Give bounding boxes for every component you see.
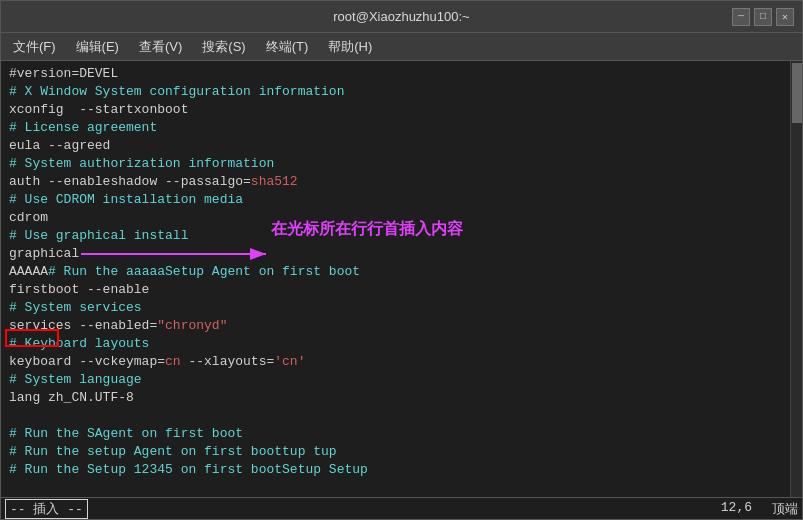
menu-help[interactable]: 帮助(H) — [320, 36, 380, 58]
terminal-window: root@Xiaozhuzhu100:~ ─ □ ✕ 文件(F) 编辑(E) 查… — [0, 0, 803, 520]
line-2: # X Window System configuration informat… — [9, 83, 786, 101]
line-22: # Run the setup Agent on first boottup t… — [9, 443, 786, 461]
window-controls: ─ □ ✕ — [732, 8, 794, 26]
line-4: # License agreement — [9, 119, 786, 137]
line-14: # System services — [9, 299, 786, 317]
scrollbar-thumb[interactable] — [792, 63, 802, 123]
menubar: 文件(F) 编辑(E) 查看(V) 搜索(S) 终端(T) 帮助(H) — [1, 33, 802, 61]
menu-search[interactable]: 搜索(S) — [194, 36, 253, 58]
statusbar: -- 插入 -- 12,6 顶端 — [1, 497, 802, 519]
line-5: eula --agreed — [9, 137, 786, 155]
annotation-text: 在光标所在行行首插入内容 — [271, 220, 463, 237]
minimize-button[interactable]: ─ — [732, 8, 750, 26]
line-3: xconfig --startxonboot — [9, 101, 786, 119]
status-left: -- 插入 -- — [5, 499, 721, 519]
menu-terminal[interactable]: 终端(T) — [258, 36, 317, 58]
annotation-container: 在光标所在行行首插入内容 — [271, 219, 463, 240]
status-right: 12,6 顶端 — [721, 500, 798, 518]
line-23: # Run the Setup 12345 on first bootSetup… — [9, 461, 786, 479]
close-button[interactable]: ✕ — [776, 8, 794, 26]
line-1: #version=DEVEL — [9, 65, 786, 83]
window-title: root@Xiaozhuzhu100:~ — [333, 9, 469, 24]
line-15: services --enabled="chronyd" — [9, 317, 786, 335]
line-20 — [9, 407, 786, 425]
cursor-position: 12,6 — [721, 500, 752, 518]
status-mode: -- 插入 -- — [5, 499, 88, 519]
line-17: keyboard --vckeymap=cn --xlayouts='cn' — [9, 353, 786, 371]
menu-view[interactable]: 查看(V) — [131, 36, 190, 58]
scroll-position: 顶端 — [772, 500, 798, 518]
terminal-content[interactable]: 在光标所在行行首插入内容 #version=DEVEL # X Window S… — [1, 61, 790, 497]
menu-file[interactable]: 文件(F) — [5, 36, 64, 58]
maximize-button[interactable]: □ — [754, 8, 772, 26]
terminal-area[interactable]: 在光标所在行行首插入内容 #version=DEVEL # X Window S… — [1, 61, 802, 497]
line-8: # Use CDROM installation media — [9, 191, 786, 209]
line-7: auth --enableshadow --passalgo=sha512 — [9, 173, 786, 191]
line-21: # Run the SAgent on first boot — [9, 425, 786, 443]
line-19: lang zh_CN.UTF-8 — [9, 389, 786, 407]
line-13: firstboot --enable — [9, 281, 786, 299]
titlebar: root@Xiaozhuzhu100:~ ─ □ ✕ — [1, 1, 802, 33]
line-18: # System language — [9, 371, 786, 389]
menu-edit[interactable]: 编辑(E) — [68, 36, 127, 58]
scrollbar[interactable] — [790, 61, 802, 497]
arrow-icon — [81, 239, 281, 269]
line-6: # System authorization information — [9, 155, 786, 173]
line-16: # Keyboard layouts — [9, 335, 786, 353]
highlight-box — [5, 329, 59, 347]
